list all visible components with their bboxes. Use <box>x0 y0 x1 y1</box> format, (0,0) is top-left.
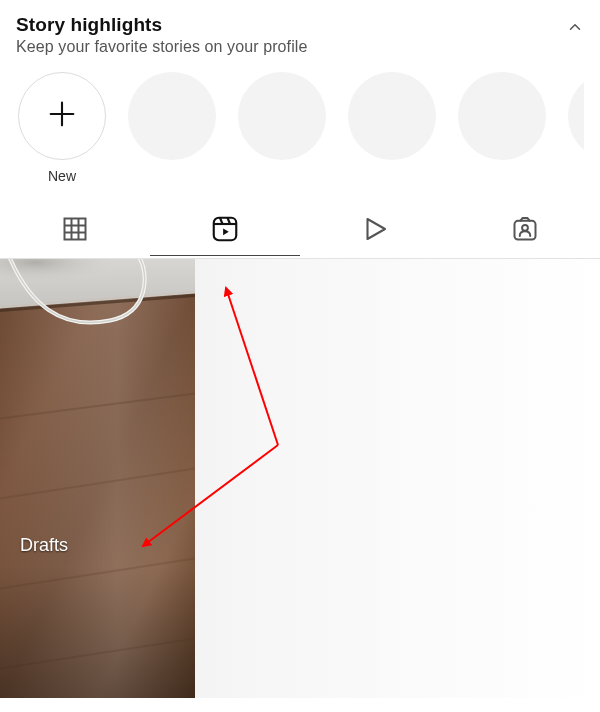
story-highlights-header[interactable]: Story highlights Keep your favorite stor… <box>16 14 584 56</box>
story-highlights-title: Story highlights <box>16 14 307 36</box>
svg-marker-11 <box>223 228 229 235</box>
story-highlights-row[interactable]: New <box>16 56 584 196</box>
highlight-placeholder-circle <box>458 72 546 160</box>
reel-drafts-tile[interactable]: Drafts <box>0 259 195 698</box>
highlight-placeholder <box>348 72 436 186</box>
story-highlights-subtitle: Keep your favorite stories on your profi… <box>16 38 307 56</box>
tab-posts-grid[interactable] <box>0 204 150 258</box>
svg-point-14 <box>522 225 528 231</box>
highlight-placeholder-circle <box>238 72 326 160</box>
highlight-placeholder-circle <box>568 72 584 160</box>
highlight-new-label: New <box>48 168 76 186</box>
tab-video[interactable] <box>300 204 450 258</box>
grid-icon <box>61 215 89 247</box>
highlight-placeholder-circle <box>348 72 436 160</box>
highlight-placeholder <box>238 72 326 186</box>
svg-rect-7 <box>214 218 237 241</box>
reel-drafts-label: Drafts <box>0 535 68 698</box>
highlight-placeholder-circle <box>128 72 216 160</box>
svg-rect-2 <box>65 219 86 240</box>
tagged-icon <box>511 215 539 247</box>
plus-icon <box>45 97 79 135</box>
tab-tagged[interactable] <box>450 204 600 258</box>
story-highlights-section: Story highlights Keep your favorite stor… <box>0 0 600 196</box>
highlight-new-circle[interactable] <box>18 72 106 160</box>
highlight-placeholder <box>128 72 216 186</box>
chevron-up-icon[interactable] <box>566 18 584 40</box>
play-icon <box>360 214 390 248</box>
highlight-new[interactable]: New <box>18 72 106 186</box>
profile-content-tabs <box>0 204 600 258</box>
highlight-placeholder <box>568 72 584 186</box>
tab-reels[interactable] <box>150 204 300 258</box>
svg-marker-12 <box>368 219 386 239</box>
highlight-placeholder <box>458 72 546 186</box>
reels-icon <box>210 214 240 248</box>
reels-grid: Drafts <box>0 258 600 698</box>
